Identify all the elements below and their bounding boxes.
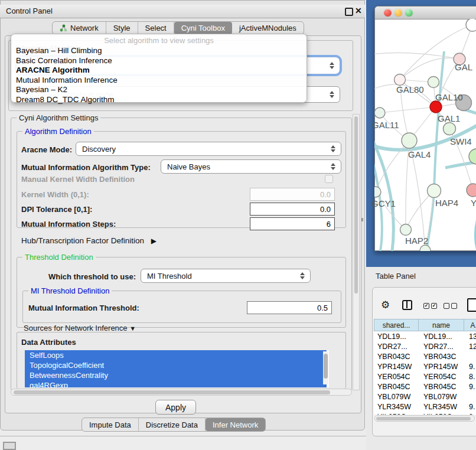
network-window-titlebar[interactable] [375, 6, 476, 19]
apply-button[interactable]: Apply [155, 400, 196, 415]
node-hap2[interactable] [400, 224, 412, 236]
cell: YIL052C [377, 413, 406, 415]
zoom-traffic-light-icon[interactable] [405, 9, 413, 17]
mi-type-value: Naive Bayes [167, 162, 210, 171]
close-traffic-light-icon[interactable] [384, 9, 392, 17]
node[interactable] [466, 19, 476, 31]
tab-impute-label: Impute Data [89, 420, 131, 429]
minimize-traffic-light-icon[interactable] [395, 9, 402, 17]
tab-infer-label: Infer Network [213, 420, 258, 429]
table-panel-title: Table Panel [376, 272, 416, 281]
gear-icon[interactable]: ⚙ [381, 299, 390, 311]
sources-group-title[interactable]: Sources for Network Inference ▼ [21, 324, 138, 332]
file-icon[interactable] [467, 298, 476, 312]
list-item[interactable]: BetweennessCentrality [25, 370, 327, 380]
manual-kernel-label: Manual Kernel Width Definition [21, 175, 135, 184]
scrollbar-thumb[interactable] [354, 116, 358, 294]
cell: YER054C [423, 373, 457, 381]
dropdown-item[interactable]: Bayesian – Hill Climbing [16, 46, 102, 55]
control-panel-titlebar[interactable] [0, 5, 365, 18]
manual-kernel-checkbox[interactable] [325, 175, 333, 183]
aracne-mode-value: Discovery [82, 145, 116, 154]
cell: YDL19... [423, 332, 452, 341]
node-gcy1[interactable] [374, 187, 381, 197]
mi-steps-field[interactable]: 6 [250, 217, 335, 230]
list-item[interactable]: SelfLoops [25, 350, 327, 360]
close-icon[interactable]: ✕ [355, 6, 362, 15]
node-gal1-selected[interactable] [430, 101, 442, 113]
aracne-mode-label: Aracne Mode: [21, 145, 72, 154]
tab-discretize-data[interactable]: Discretize Data [139, 418, 206, 431]
node[interactable] [420, 245, 431, 251]
node-swi4[interactable] [444, 123, 456, 135]
cell: 9 [469, 413, 473, 415]
tab-cyni-toolbox[interactable]: Cyni Toolbox [174, 22, 232, 34]
cell: YLR345W [423, 403, 457, 411]
column-header-shared-name[interactable]: shared... [374, 319, 419, 331]
list-item[interactable]: gal4RGexp [25, 380, 327, 387]
network-graph-canvas[interactable] [374, 19, 476, 251]
combo-stepper-icon [330, 91, 335, 98]
node-gal11[interactable] [374, 107, 385, 118]
cell: YBL079W [377, 393, 410, 401]
bottom-strip [0, 436, 366, 450]
tab-select-label: Select [145, 24, 167, 32]
which-threshold-combo[interactable]: MI Threshold [141, 269, 311, 283]
column-header-partial[interactable]: A... [464, 319, 476, 331]
list-item[interactable]: TopologicalCoefficient [25, 360, 327, 370]
tab-infer-network[interactable]: Infer Network [206, 418, 265, 431]
node-gal80[interactable] [395, 74, 406, 86]
node-gal10[interactable] [428, 77, 439, 88]
algorithm-definition-title: Algorithm Definition [22, 127, 94, 136]
mi-type-combo[interactable]: Naive Bayes [161, 159, 341, 174]
dpi-tolerance-field[interactable]: 0.0 [250, 203, 335, 216]
column-header-name[interactable]: name [419, 319, 464, 331]
cell: YLR345W [377, 403, 411, 411]
cell: YBR043C [423, 353, 457, 361]
table-horizontal-scrollbar[interactable] [374, 415, 475, 422]
settings-horizontal-scrollbar[interactable] [11, 389, 352, 396]
collapse-arrow-icon: ▼ [129, 325, 136, 332]
columns-icon[interactable] [402, 300, 412, 310]
kernel-width-field[interactable]: 0.0 [250, 188, 335, 201]
tab-network[interactable]: Network [53, 22, 106, 34]
aracne-mode-combo[interactable]: Discovery [76, 142, 341, 156]
splitpane-grip[interactable] [361, 218, 363, 221]
hub-definition-label: Hub/Transcription Factor Definition [21, 236, 144, 245]
dropdown-placeholder: Select algorithm to view settings [11, 36, 307, 45]
dropdown-item[interactable]: Mutual Information Inference [16, 76, 118, 84]
float-window-icon[interactable] [345, 8, 353, 16]
tab-jactivemnodules[interactable]: jActiveMNodules [232, 22, 304, 34]
node-label: GAL80 [396, 84, 424, 94]
cell: YBR045C [377, 383, 410, 391]
node-label: Y [471, 198, 476, 208]
tab-style[interactable]: Style [106, 22, 138, 34]
dropdown-item[interactable]: Bayesian – K2 [16, 85, 67, 94]
node-hap4[interactable] [428, 184, 441, 198]
cell: 9. [469, 363, 475, 371]
hub-definition-toggle[interactable]: Hub/Transcription Factor Definition ▶ [21, 236, 157, 245]
dropdown-item[interactable]: Basic Correlation Inference [16, 56, 112, 65]
settings-vertical-scrollbar[interactable] [353, 114, 360, 390]
list-vertical-scrollbar[interactable] [323, 351, 328, 384]
dropdown-item[interactable]: Dream8 DC_TDC Algorithm [16, 95, 115, 104]
tab-select[interactable]: Select [138, 22, 174, 34]
node-label: SWI4 [450, 136, 472, 146]
columns-icon-divider [406, 301, 407, 308]
dropdown-item-selected[interactable]: ARACNE Algorithm [16, 66, 90, 74]
tab-impute-data[interactable]: Impute Data [82, 418, 139, 431]
data-attributes-label: Data Attributes [21, 338, 76, 347]
scrollbar-thumb[interactable] [376, 417, 471, 420]
scrollbar-thumb[interactable] [324, 354, 328, 379]
deselect-all-checks-icon[interactable] [444, 303, 457, 309]
combo-stepper-icon [330, 62, 335, 69]
combo-stepper-icon [331, 145, 336, 152]
scrollbar-thumb[interactable] [14, 390, 330, 394]
mi-threshold-field[interactable]: 0.5 [247, 301, 332, 314]
expand-arrow-icon: ▶ [151, 237, 157, 245]
panel-corner-icon[interactable] [3, 442, 16, 450]
node-gal4[interactable] [402, 133, 417, 148]
select-all-checks-icon[interactable]: ✓ ✓ [423, 303, 437, 309]
mi-type-label: Mutual Information Algorithm Type: [21, 163, 151, 172]
node-y[interactable] [467, 184, 476, 197]
